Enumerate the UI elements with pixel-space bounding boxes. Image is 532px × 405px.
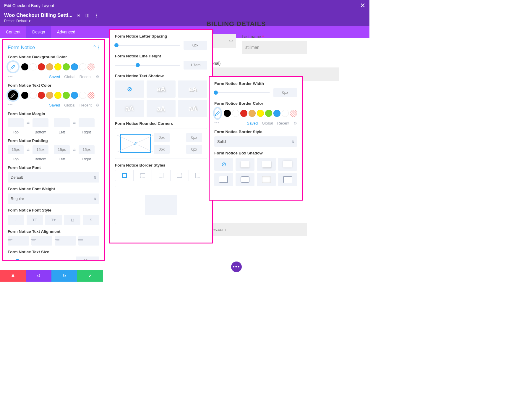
more-dots[interactable]: ••• <box>8 102 13 107</box>
swatch[interactable] <box>240 110 247 117</box>
swatch[interactable] <box>30 92 37 99</box>
swatch[interactable] <box>79 63 86 70</box>
align-center[interactable] <box>31 236 53 246</box>
lineh-slider[interactable] <box>115 65 180 66</box>
tab-design[interactable]: Design <box>26 26 51 38</box>
font-select[interactable]: Default <box>8 172 99 183</box>
swatch[interactable] <box>21 92 28 99</box>
swatch[interactable] <box>38 92 45 99</box>
colortab-saved[interactable]: Saved <box>247 121 258 125</box>
shadow-opt[interactable]: aA <box>178 100 207 117</box>
margin-top[interactable] <box>8 118 24 127</box>
colortab-recent[interactable]: Recent <box>80 103 92 107</box>
corner-tl[interactable] <box>154 133 170 142</box>
swatch[interactable] <box>54 63 61 70</box>
boxshadow-opt[interactable] <box>236 158 254 171</box>
colortab-recent[interactable]: Recent <box>277 121 289 125</box>
last-name-input[interactable] <box>242 41 307 54</box>
letter-input[interactable] <box>184 41 207 50</box>
swatch[interactable] <box>257 110 264 117</box>
align-justify[interactable] <box>78 236 100 246</box>
colortab-global[interactable]: Global <box>64 103 75 107</box>
padding-right[interactable] <box>79 145 95 154</box>
close-icon[interactable]: ✕ <box>360 2 365 9</box>
swatch[interactable] <box>21 63 28 70</box>
shadow-opt[interactable]: aA <box>147 100 176 117</box>
swatch[interactable] <box>54 92 61 99</box>
gear-icon[interactable]: ⚙ <box>96 75 99 79</box>
corner-link[interactable] <box>120 134 151 153</box>
style-italic[interactable]: I <box>8 215 24 225</box>
section-kebab-icon[interactable] <box>98 46 99 49</box>
discard-button[interactable]: ✖ <box>0 270 26 282</box>
swatch-none[interactable] <box>87 63 95 70</box>
padding-bottom[interactable] <box>33 145 48 154</box>
swatch[interactable] <box>71 92 78 99</box>
weight-select[interactable]: Regular <box>8 193 99 204</box>
kebab-icon[interactable] <box>93 12 99 18</box>
bwidth-slider[interactable] <box>214 92 270 93</box>
more-dots[interactable]: ••• <box>214 120 220 125</box>
expand-icon[interactable] <box>75 12 81 18</box>
padding-top[interactable] <box>8 145 24 154</box>
style-smallcaps[interactable]: Tᴛ <box>45 215 62 225</box>
boxshadow-opt[interactable] <box>214 173 233 186</box>
style-uppercase[interactable]: TT <box>27 215 43 225</box>
boxshadow-none[interactable]: ⊘ <box>214 158 233 171</box>
columns-icon[interactable] <box>84 12 90 18</box>
colortab-global[interactable]: Global <box>64 75 75 79</box>
border-bottom[interactable] <box>171 170 189 181</box>
boxshadow-opt[interactable] <box>278 158 297 171</box>
undo-button[interactable]: ↺ <box>26 270 51 282</box>
shadow-none[interactable]: ⊘ <box>115 80 144 98</box>
border-left[interactable] <box>189 170 207 181</box>
bwidth-input[interactable] <box>273 88 297 97</box>
style-strike[interactable]: S <box>83 215 99 225</box>
swatch[interactable] <box>46 92 53 99</box>
colortab-saved[interactable]: Saved <box>49 75 60 79</box>
swatch[interactable] <box>71 63 78 70</box>
swatch[interactable] <box>30 63 37 70</box>
swatch[interactable] <box>46 63 53 70</box>
tab-content[interactable]: Content <box>0 26 26 38</box>
border-all[interactable] <box>115 170 134 181</box>
swatch[interactable] <box>63 92 70 99</box>
padding-left[interactable] <box>54 145 70 154</box>
gear-icon[interactable]: ⚙ <box>293 121 297 125</box>
boxshadow-opt[interactable] <box>278 173 297 186</box>
bcolor-picker[interactable] <box>214 108 221 119</box>
corner-bl[interactable] <box>154 145 170 154</box>
style-underline[interactable]: U <box>64 215 81 225</box>
margin-bottom[interactable] <box>33 118 48 127</box>
swatch[interactable] <box>249 110 256 117</box>
bstyle-select[interactable]: Solid <box>214 136 297 147</box>
margin-right[interactable] <box>79 118 95 127</box>
tab-advanced[interactable]: Advanced <box>51 26 81 38</box>
corner-br[interactable] <box>186 145 202 154</box>
align-left[interactable] <box>8 236 29 246</box>
more-dots[interactable]: ••• <box>8 74 13 79</box>
link-icon[interactable]: ⇄ <box>25 148 31 152</box>
colortab-saved[interactable]: Saved <box>49 103 60 107</box>
shadow-opt[interactable]: aA <box>115 100 144 117</box>
size-input[interactable] <box>76 256 99 260</box>
chevron-up-icon[interactable]: ⌃ <box>93 44 97 51</box>
boxshadow-opt[interactable] <box>236 173 254 186</box>
swatch[interactable] <box>282 110 289 117</box>
corner-tr[interactable] <box>186 133 202 142</box>
swatch[interactable] <box>79 92 86 99</box>
bgcolor-picker[interactable] <box>8 62 18 72</box>
swatch[interactable] <box>232 110 239 117</box>
swatch[interactable] <box>224 110 231 117</box>
swatch[interactable] <box>265 110 272 117</box>
shadow-opt[interactable]: aA <box>147 80 176 98</box>
align-right[interactable] <box>55 236 76 246</box>
letter-slider[interactable] <box>115 45 180 46</box>
border-top[interactable] <box>134 170 152 181</box>
link-icon[interactable]: ⇄ <box>71 121 77 125</box>
margin-left[interactable] <box>54 118 70 127</box>
boxshadow-opt[interactable] <box>257 173 276 186</box>
txtcolor-picker[interactable] <box>8 90 18 101</box>
lineh-input[interactable] <box>184 61 207 70</box>
link-icon[interactable]: ⇄ <box>71 148 77 152</box>
